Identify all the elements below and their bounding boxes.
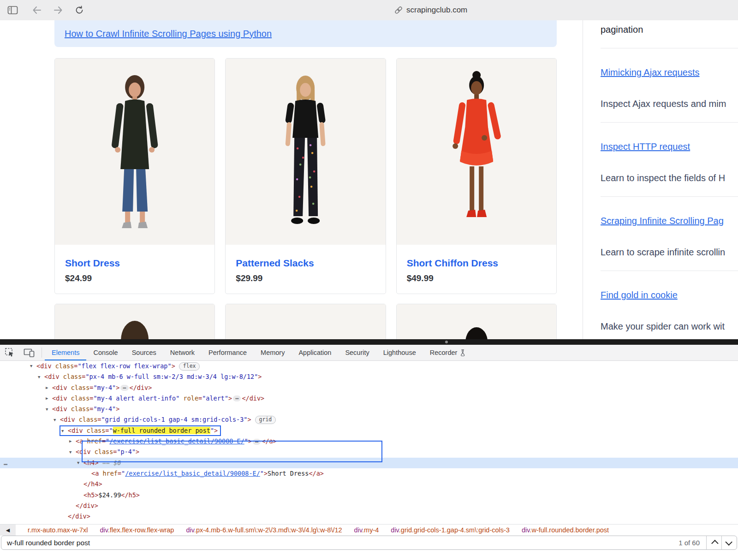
expand-arrow-icon[interactable]: ▶ bbox=[69, 436, 76, 447]
code-segment: > bbox=[258, 373, 262, 380]
breadcrumb-item[interactable]: div.px-4.mb-6.w-full.sm\:w-2\/3.md\:w-3\… bbox=[186, 526, 342, 534]
expand-ellipsis-button[interactable]: … bbox=[120, 385, 128, 391]
tree-row[interactable]: ▼<div class="px-4 mb-6 w-full sm:w-2/3 m… bbox=[0, 371, 738, 382]
tree-row[interactable]: <a href="/exercise/list_basic_detail/900… bbox=[0, 468, 738, 479]
product-image-short-dress[interactable] bbox=[55, 59, 214, 245]
product-card[interactable] bbox=[396, 304, 557, 339]
code-segment: > bbox=[228, 395, 232, 402]
product-card[interactable] bbox=[225, 304, 386, 339]
tab-memory[interactable]: Memory bbox=[254, 345, 292, 360]
tree-row[interactable]: ▼<div class="grid grid-cols-1 gap-4 sm:g… bbox=[0, 414, 738, 425]
tab-elements[interactable]: Elements bbox=[45, 345, 86, 360]
expand-ellipsis-button[interactable]: … bbox=[233, 395, 241, 401]
expand-arrow-icon[interactable]: ▼ bbox=[38, 372, 44, 383]
tree-row[interactable]: ▼<div class="flex flex-row flex-wrap">fl… bbox=[0, 361, 738, 371]
tree-row[interactable]: </div> bbox=[0, 511, 738, 522]
code-segment: class bbox=[52, 362, 74, 370]
code-segment: <div bbox=[52, 395, 67, 402]
code-segment: href bbox=[83, 437, 102, 445]
product-title[interactable]: Short Chiffon Dress bbox=[407, 258, 556, 269]
code-segment: > bbox=[247, 416, 251, 423]
product-image-patterned-slacks[interactable] bbox=[226, 59, 385, 245]
tab-security[interactable]: Security bbox=[338, 345, 376, 360]
breadcrumb-item[interactable]: div.my-4 bbox=[354, 526, 379, 534]
breadcrumb-item[interactable]: div.grid.grid-cols-1.gap-4.sm\:grid-cols… bbox=[391, 526, 510, 534]
tab-application[interactable]: Application bbox=[292, 345, 338, 360]
search-query-text: w-full rounded border post bbox=[7, 539, 678, 547]
tab-network[interactable]: Network bbox=[163, 345, 202, 360]
tree-row[interactable]: ▼<h4> == $0… bbox=[0, 458, 738, 468]
code-segment: > bbox=[172, 362, 175, 370]
code-segment: </h5> bbox=[121, 491, 140, 499]
tab-lighthouse[interactable]: Lighthouse bbox=[376, 345, 423, 360]
product-card[interactable]: Patterned Slacks $29.99 bbox=[225, 58, 386, 294]
sidebar-toggle-icon[interactable] bbox=[7, 6, 18, 15]
row-overflow-dots: … bbox=[4, 458, 8, 468]
expand-arrow-icon[interactable]: ▼ bbox=[46, 404, 52, 415]
product-image-short-chiffon-dress[interactable] bbox=[397, 59, 556, 245]
sidebar-link-infinite-scrolling[interactable]: Scraping Infinite Scrolling Pag bbox=[601, 215, 738, 226]
tab-sources[interactable]: Sources bbox=[125, 345, 163, 360]
devtools-resize-handle[interactable] bbox=[0, 339, 738, 345]
breadcrumb-item[interactable]: div.flex.flex-row.flex-wrap bbox=[100, 526, 174, 534]
tree-row[interactable]: </div> bbox=[0, 501, 738, 511]
expand-ellipsis-button[interactable]: … bbox=[253, 439, 261, 445]
code-segment: class bbox=[60, 373, 82, 380]
product-card[interactable]: Short Chiffon Dress $49.99 bbox=[396, 58, 557, 294]
tree-row[interactable]: ▼<div class="p-4"> bbox=[0, 447, 738, 457]
code-segment: "my-4" bbox=[93, 405, 116, 413]
code-segment: class bbox=[91, 448, 113, 455]
tree-row[interactable]: ▼<div class="w-full rounded border post"… bbox=[0, 425, 738, 436]
product-card[interactable] bbox=[54, 304, 215, 339]
grid-badge[interactable]: grid bbox=[255, 416, 276, 424]
expand-arrow-icon[interactable]: ▼ bbox=[30, 361, 36, 371]
product-title[interactable]: Short Dress bbox=[65, 258, 214, 269]
inspect-element-icon[interactable] bbox=[0, 345, 19, 360]
expand-arrow-icon[interactable]: ▼ bbox=[77, 458, 83, 468]
reload-icon[interactable] bbox=[75, 6, 84, 15]
code-segment: "my-4" bbox=[93, 384, 116, 391]
divider bbox=[601, 122, 738, 123]
tree-row[interactable]: ▼<div class="my-4"> bbox=[0, 404, 738, 414]
product-card[interactable]: Short Dress $24.99 bbox=[54, 58, 215, 294]
device-toolbar-icon[interactable] bbox=[19, 345, 39, 360]
search-next-button[interactable] bbox=[721, 536, 737, 549]
tree-row[interactable]: ▶<a href="/exercise/list_basic_detail/90… bbox=[0, 436, 738, 447]
code-segment: <div bbox=[44, 373, 60, 380]
crawl-infinite-scrolling-link[interactable]: How to Crawl Infinite Scrolling Pages us… bbox=[65, 29, 272, 39]
sidebar-desc: Learn to inspect the fields of H bbox=[601, 172, 738, 183]
tab-console[interactable]: Console bbox=[86, 345, 125, 360]
breadcrumb-scroll-left[interactable]: ◀ bbox=[0, 525, 16, 536]
back-icon[interactable] bbox=[32, 6, 42, 14]
code-segment: class bbox=[75, 416, 98, 423]
sidebar-link-find-gold-cookie[interactable]: Find gold in cookie bbox=[601, 289, 738, 301]
breadcrumb-item[interactable]: div.w-full.rounded.border.post bbox=[522, 526, 609, 534]
code-segment: w-full rounded border post bbox=[113, 427, 210, 434]
sidebar-link-inspect-http[interactable]: Inspect HTTP request bbox=[601, 141, 738, 152]
search-previous-button[interactable] bbox=[706, 536, 721, 549]
sidebar-link-mimicking-ajax[interactable]: Mimicking Ajax requests bbox=[601, 67, 738, 78]
product-title[interactable]: Patterned Slacks bbox=[236, 258, 385, 269]
tree-row[interactable]: ▶<div class="my-4 alert alert-info" role… bbox=[0, 393, 738, 404]
expand-arrow-icon[interactable]: ▶ bbox=[46, 383, 52, 393]
code-segment: " bbox=[106, 437, 109, 445]
flex-badge[interactable]: flex bbox=[179, 362, 200, 371]
breadcrumb-item[interactable]: r.mx-auto.max-w-7xl bbox=[28, 526, 88, 534]
expand-arrow-icon[interactable]: ▼ bbox=[54, 415, 60, 425]
expand-arrow-icon[interactable]: ▼ bbox=[69, 447, 76, 458]
code-segment: <div bbox=[68, 427, 83, 434]
tree-row[interactable]: <h5>$24.99</h5> bbox=[0, 490, 738, 501]
tab-performance[interactable]: Performance bbox=[202, 345, 254, 360]
search-input[interactable]: w-full rounded border post 1 of 60 bbox=[1, 536, 737, 550]
forward-icon[interactable] bbox=[54, 6, 63, 14]
expand-arrow-icon[interactable]: ▶ bbox=[46, 393, 52, 404]
expand-arrow-icon[interactable]: ▼ bbox=[61, 427, 68, 435]
tab-recorder[interactable]: Recorder bbox=[423, 345, 473, 360]
divider bbox=[601, 48, 738, 48]
product-image-partial bbox=[397, 304, 556, 339]
devtools-panel: Elements Console Sources Network Perform… bbox=[0, 345, 738, 560]
drag-dot bbox=[445, 341, 448, 343]
tree-row[interactable]: </h4> bbox=[0, 479, 738, 489]
address-bar[interactable]: scrapingclub.com bbox=[394, 0, 467, 20]
tree-row[interactable]: ▶<div class="my-4">…</div> bbox=[0, 383, 738, 393]
